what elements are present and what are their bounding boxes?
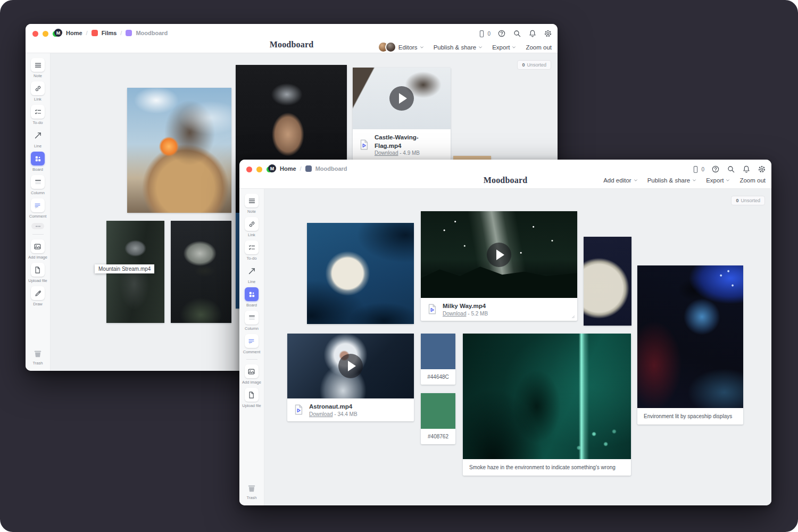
close-button[interactable] (246, 167, 252, 172)
tool-link[interactable]: Link (245, 217, 259, 237)
avatar (385, 41, 396, 53)
sidebar-divider (246, 359, 257, 360)
export-label: Export (706, 177, 724, 184)
unsorted-badge[interactable]: 0Unsorted (731, 196, 765, 205)
tool-board[interactable]: Board (245, 287, 259, 307)
export-menu[interactable]: Export (492, 44, 516, 51)
chevron-down-icon (478, 45, 483, 49)
moodboard-board-icon[interactable] (305, 165, 312, 172)
publish-share-label: Publish & share (647, 177, 691, 184)
app-logo-icon[interactable]: M (268, 164, 276, 172)
add-editor-menu[interactable]: Add editor (603, 177, 637, 184)
close-button[interactable] (32, 31, 38, 37)
films-board-icon[interactable] (92, 30, 98, 36)
chevron-down-icon (692, 178, 696, 182)
video-card-astronaut[interactable]: Astronaut.mp4 Download34.4 MB (287, 334, 414, 421)
editors-menu[interactable]: Editors (378, 41, 424, 53)
search-icon[interactable] (513, 29, 521, 38)
file-name: Astronaut.mp4 (309, 403, 358, 411)
tool-sidebar: Note Link To-do Line Board Column Commen… (26, 53, 51, 371)
play-button[interactable] (389, 86, 414, 111)
breadcrumb-films[interactable]: Films (102, 30, 117, 36)
tool-board[interactable]: Board (31, 152, 45, 172)
breadcrumb-separator (300, 165, 302, 172)
unsorted-badge[interactable]: 0Unsorted (517, 60, 551, 70)
image-card-moon-closeup[interactable] (584, 237, 631, 326)
tool-draw[interactable]: Draw (31, 286, 45, 306)
tool-comment[interactable]: Comment (243, 334, 261, 354)
video-file-icon (293, 403, 304, 416)
minimize-button[interactable] (256, 167, 262, 172)
tool-add-image[interactable]: Add image (28, 239, 47, 260)
moodboard-board-icon[interactable] (126, 30, 132, 36)
phone-icon (692, 165, 700, 173)
tool-note[interactable]: Note (245, 194, 259, 214)
app-logo-icon[interactable]: M (54, 29, 62, 37)
front-window: M Home Moodboard Moodboard 0 Add editor … (239, 160, 771, 505)
zoom-out-button[interactable]: Zoom out (739, 177, 766, 184)
download-link[interactable]: Download (443, 311, 466, 317)
device-count-button[interactable]: 0 (478, 30, 491, 38)
todo-icon (34, 108, 42, 116)
search-icon[interactable] (727, 165, 735, 173)
trash-target[interactable]: Trash (32, 348, 43, 365)
color-swatch (421, 334, 455, 369)
upload-file-icon (247, 391, 255, 399)
link-icon (248, 220, 256, 228)
publish-share-menu[interactable]: Publish & share (647, 177, 697, 184)
tool-column[interactable]: Column (31, 175, 45, 195)
minimize-button[interactable] (43, 31, 48, 37)
tool-comment[interactable]: Comment (29, 198, 47, 219)
notifications-bell-icon[interactable] (528, 29, 537, 38)
publish-share-menu[interactable]: Publish & share (434, 44, 483, 51)
image-card-moon-branches[interactable] (307, 223, 414, 324)
tool-upload-file[interactable]: Upload file (28, 263, 47, 283)
tool-todo[interactable]: To-do (31, 105, 45, 125)
link-icon (34, 85, 42, 93)
help-icon[interactable] (497, 29, 506, 38)
breadcrumb-separator (120, 30, 122, 36)
export-menu[interactable]: Export (706, 177, 730, 184)
tool-add-image[interactable]: Add image (242, 364, 261, 385)
download-link[interactable]: Download (375, 150, 398, 156)
tool-note[interactable]: Note (31, 58, 45, 78)
breadcrumb-home[interactable]: Home (280, 165, 296, 172)
video-card-castle[interactable]: Castle-Waving-Flag.mp4 Download4.9 MB (353, 68, 451, 160)
color-swatch-card[interactable]: #408762 (421, 393, 455, 444)
tool-line[interactable]: Line (31, 128, 45, 148)
tool-column[interactable]: Column (245, 311, 259, 331)
draw-pencil-icon (34, 289, 42, 297)
notifications-bell-icon[interactable] (742, 165, 751, 173)
settings-gear-icon[interactable] (758, 165, 766, 173)
board-canvas[interactable]: 0Unsorted Milky Way.mp4 Download5.2 MB (264, 189, 771, 505)
image-card-dragon-building[interactable] (127, 88, 231, 213)
breadcrumb-moodboard[interactable]: Moodboard (136, 30, 168, 36)
tool-todo[interactable]: To-do (245, 240, 259, 261)
color-swatch-card[interactable]: #44648C (421, 334, 455, 385)
device-count-button[interactable]: 0 (692, 165, 704, 173)
color-swatch (421, 393, 455, 429)
zoom-out-button[interactable]: Zoom out (526, 44, 552, 51)
front-window-header: M Home Moodboard Moodboard 0 Add editor … (239, 160, 771, 189)
breadcrumb-moodboard[interactable]: Moodboard (315, 165, 347, 172)
play-button[interactable] (487, 243, 511, 267)
help-icon[interactable] (711, 165, 720, 173)
more-tools-button[interactable] (31, 223, 44, 229)
image-card-spaceship[interactable]: Environment lit by spaceship displays (637, 265, 743, 425)
trash-target[interactable]: Trash (246, 483, 257, 500)
image-caption: Environment lit by spaceship displays (637, 408, 743, 425)
image-card-dragon-statue[interactable] (171, 221, 231, 323)
editors-label: Editors (398, 44, 418, 51)
play-button[interactable] (338, 354, 363, 378)
image-card-hand[interactable]: Smoke haze in the environment to indicat… (463, 334, 631, 476)
tool-line[interactable]: Line (245, 264, 259, 284)
tool-upload-file[interactable]: Upload file (242, 388, 261, 408)
download-link[interactable]: Download (309, 411, 332, 417)
video-card-milky-way[interactable]: Milky Way.mp4 Download5.2 MB (421, 211, 577, 321)
desktop-background: M Home Films Moodboard Moodboard 0 (0, 0, 798, 532)
board-icon (34, 155, 42, 163)
resize-handle-icon[interactable] (568, 312, 576, 319)
tool-link[interactable]: Link (31, 81, 45, 102)
breadcrumb-home[interactable]: Home (66, 30, 82, 36)
settings-gear-icon[interactable] (544, 29, 552, 38)
